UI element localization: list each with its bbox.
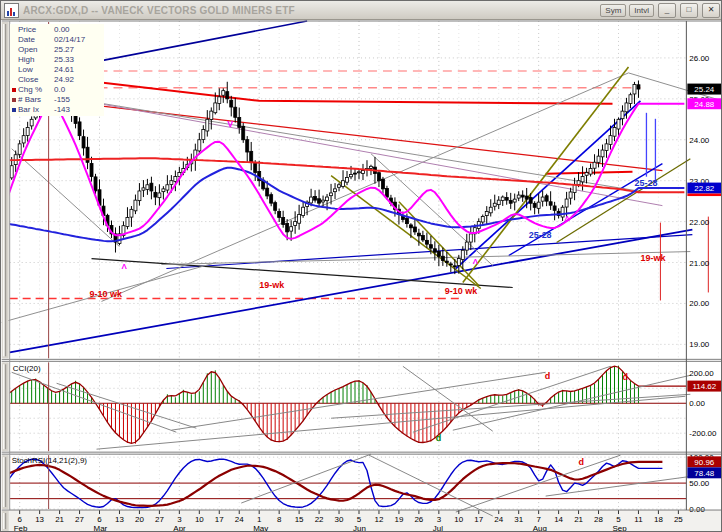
info-label: # Bars — [18, 95, 54, 105]
cci-panel-title: CCI(20) — [13, 364, 41, 373]
cci-panel-bg[interactable] — [2, 361, 722, 452]
x-day-label: 22 — [315, 515, 324, 524]
annotation-text: Λ — [121, 262, 127, 271]
info-bullet — [12, 88, 16, 92]
info-value: 25.27 — [54, 45, 74, 55]
annotation-text: 9-10 wk — [90, 289, 122, 299]
x-month-label: Apr — [173, 524, 186, 532]
info-value: 0.00 — [54, 25, 70, 35]
intvl-button[interactable]: Intvl — [629, 4, 654, 17]
annotation-text: 19-wk — [259, 280, 284, 290]
close-button[interactable]: ✕ — [702, 3, 720, 18]
pane-grip[interactable] — [2, 362, 9, 451]
x-day-label: 10 — [195, 515, 204, 524]
badge-accent — [687, 194, 722, 196]
annotation-text: 9-10 wk — [445, 286, 477, 296]
badge-value: 90.96 — [694, 458, 715, 467]
info-label: Price — [18, 25, 54, 35]
info-value: 0.0 — [54, 85, 65, 95]
price-panel-bg[interactable] — [2, 21, 722, 359]
title-bar[interactable]: ARCX:GDX,D -- VANECK VECTORS GOLD MINERS… — [1, 1, 722, 20]
info-label: Low — [18, 65, 54, 75]
x-month-label: Sep — [613, 524, 628, 532]
pane-grip[interactable] — [2, 22, 9, 358]
x-day-label: 12 — [375, 515, 384, 524]
x-day-label: 15 — [295, 515, 304, 524]
x-day-label: 3 — [437, 515, 442, 524]
x-day-label: 28 — [594, 515, 603, 524]
cci-tick-label: 200.00 — [689, 369, 714, 378]
badge-value: 114.62 — [692, 382, 716, 391]
info-row: Chg %0.0 — [12, 85, 102, 95]
x-day-label: 14 — [554, 515, 563, 524]
x-day-label: 11 — [634, 515, 643, 524]
x-month-label: Mar — [94, 524, 108, 532]
chart-icon — [4, 3, 19, 18]
minimize-button[interactable]: _ — [658, 3, 676, 18]
annotation-text: V — [227, 119, 233, 129]
price-tick-label: 21.00 — [689, 259, 710, 268]
x-day-label: 24 — [494, 515, 503, 524]
x-day-label: 21 — [55, 515, 64, 524]
price-tick-label: 24.00 — [689, 136, 710, 145]
annotation-text: d — [579, 457, 584, 467]
x-day-label: 5 — [616, 515, 621, 524]
maximize-button[interactable]: □ — [680, 3, 698, 18]
annotation-text: d — [436, 433, 441, 443]
info-label: High — [18, 55, 54, 65]
annotation-text: Λ — [473, 257, 479, 266]
annotation-text: d — [622, 372, 627, 382]
x-day-label: 17 — [215, 515, 224, 524]
chart-canvas[interactable]: 9-10 wk19-wk9-10 wk19-wk25-2825-28ΛΛΛVdd… — [1, 20, 722, 532]
info-row: Price0.00 — [12, 25, 102, 35]
info-row: Bar Ix-143 — [12, 105, 102, 115]
chart-window: ARCX:GDX,D -- VANECK VECTORS GOLD MINERS… — [0, 0, 722, 532]
stochrsi-tick-label: 50.00 — [689, 479, 710, 488]
info-row: Open25.27 — [12, 45, 102, 55]
x-day-label: 6 — [97, 515, 102, 524]
price-tick-label: 22.00 — [689, 218, 710, 227]
sym-button[interactable]: Sym — [600, 4, 626, 17]
info-row: Low24.61 — [12, 65, 102, 75]
info-value: 02/14/17 — [54, 35, 85, 45]
badge-value: 78.48 — [694, 469, 715, 478]
badge-value: 24.88 — [694, 100, 715, 109]
info-label: Open — [18, 45, 54, 55]
x-day-label: 31 — [514, 515, 523, 524]
x-day-label: 24 — [235, 515, 244, 524]
info-label: Bar Ix — [18, 105, 54, 115]
info-value: 24.92 — [54, 75, 74, 85]
info-value: -155 — [54, 95, 70, 105]
badge-value: 25.24 — [694, 85, 715, 94]
price-tick-label: 19.00 — [689, 340, 710, 349]
x-day-label: 18 — [654, 515, 663, 524]
x-month-label: Jul — [433, 524, 443, 532]
x-day-label: 20 — [135, 515, 144, 524]
info-bullet — [12, 78, 16, 82]
price-info-panel: Price0.00Date02/14/17Open25.27High25.33L… — [10, 24, 104, 116]
info-value: -143 — [54, 105, 70, 115]
x-day-label: 27 — [75, 515, 84, 524]
pane-grip[interactable] — [2, 511, 9, 531]
annotation-text: d — [545, 371, 550, 381]
info-row: Date02/14/17 — [12, 35, 102, 45]
stochrsi-panel-title: StochRSI(14,21(2),9) — [12, 456, 88, 465]
x-day-label: 27 — [155, 515, 164, 524]
x-day-label: 13 — [115, 515, 124, 524]
x-day-label: 26 — [414, 515, 423, 524]
price-tick-label: 26.00 — [689, 54, 710, 63]
annotation-text: Λ — [565, 214, 571, 223]
price-tick-label: 20.00 — [689, 299, 710, 308]
panel-backgrounds — [2, 21, 722, 532]
cci-tick-label: -200.00 — [689, 429, 717, 438]
annotation-text: 25-28 — [634, 178, 657, 188]
x-day-label: 13 — [35, 515, 44, 524]
info-bullet — [12, 38, 16, 42]
x-day-label: 19 — [394, 515, 403, 524]
info-label: Close — [18, 75, 54, 85]
info-bullet — [12, 28, 16, 32]
x-day-label: 5 — [357, 515, 362, 524]
pane-grip[interactable] — [2, 455, 9, 509]
info-value: 25.33 — [54, 55, 74, 65]
stochrsi-annotations: d — [579, 457, 584, 467]
